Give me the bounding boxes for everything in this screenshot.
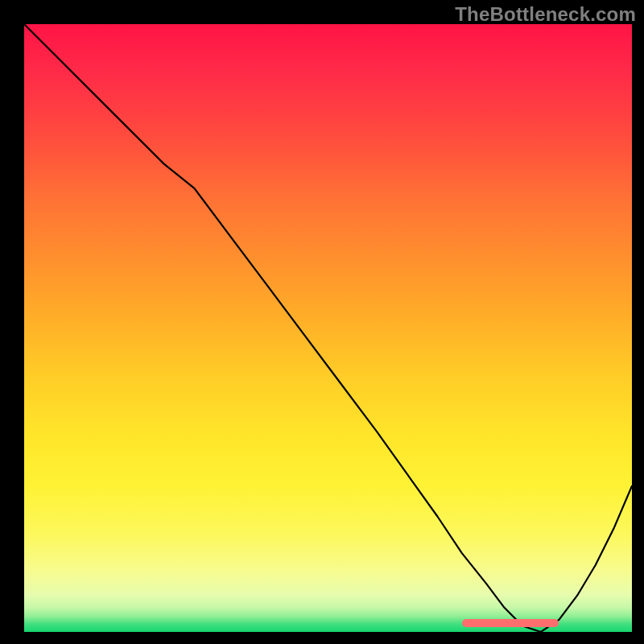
bottleneck-curve	[24, 24, 632, 632]
curve-layer	[24, 24, 632, 632]
watermark-text: TheBottleneck.com	[455, 3, 636, 26]
plot-area	[24, 24, 632, 632]
optimal-range-marker	[462, 619, 559, 627]
chart-stage: TheBottleneck.com	[0, 0, 644, 644]
